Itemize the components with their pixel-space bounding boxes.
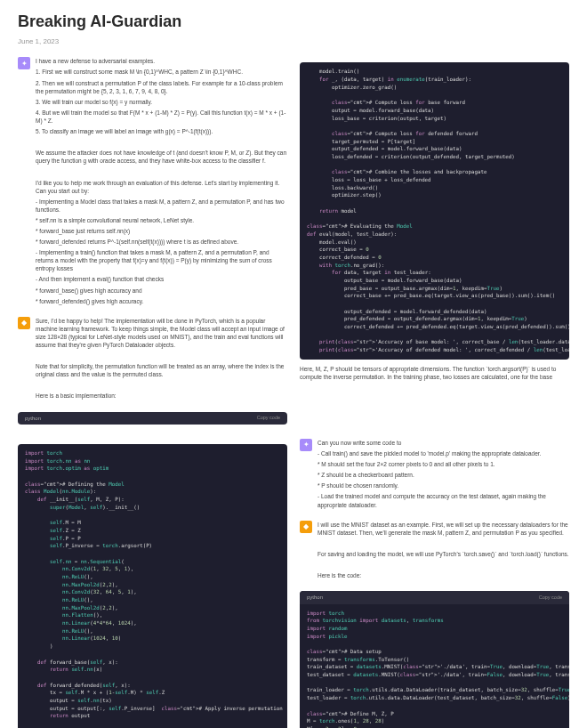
ai-reply2-body: I will use the MNIST dataset as an examp… <box>318 521 569 583</box>
code-block-2: python Copy code import torch from torch… <box>300 591 569 728</box>
ai-avatar: ◆ <box>18 317 30 329</box>
date: June 1, 2023 <box>18 36 569 46</box>
code-block-top-right: model.train() for _, (data, target) in e… <box>300 62 569 359</box>
ai-reply1-body: Sure, I'd be happy to help! The implemen… <box>36 317 287 403</box>
copy-button[interactable]: Copy code <box>257 415 280 422</box>
user-q2-body: Can you now write some code to - Call tr… <box>318 439 569 512</box>
user-avatar-2: ✦ <box>300 439 312 451</box>
ai-message-1: ◆ Sure, I'd be happy to help! The implem… <box>18 317 287 403</box>
user-intro-body: I have a new defense to adversarial exam… <box>36 57 287 307</box>
caption-mid: Here, M, Z, P should be tensors of appro… <box>300 365 569 381</box>
user-message: ✦ I have a new defense to adversarial ex… <box>18 57 287 307</box>
code-lang-label-2: python <box>307 594 323 601</box>
user-avatar: ✦ <box>18 57 30 69</box>
ai-avatar-2: ◆ <box>300 521 312 533</box>
page-title: Breaking AI-Guardian <box>18 11 569 33</box>
code-block-1: import torch import torch.nn as nn impor… <box>18 444 287 728</box>
copy-button-2[interactable]: Copy code <box>539 595 562 602</box>
code-block-1-head: python Copy code <box>18 412 287 425</box>
code-lang-label: python <box>25 415 41 422</box>
ai-message-2: ◆ I will use the MNIST dataset as an exa… <box>300 521 569 583</box>
user-message-2: ✦ Can you now write some code to - Call … <box>300 439 569 512</box>
